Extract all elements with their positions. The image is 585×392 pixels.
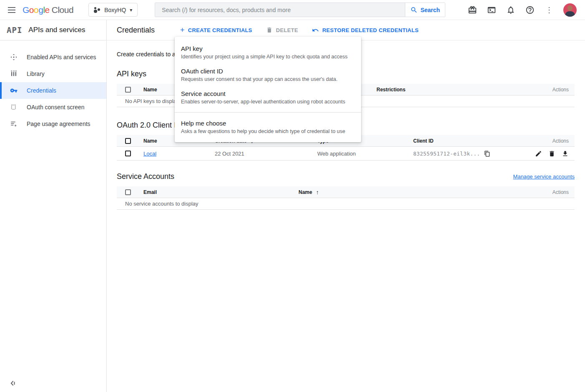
service-accounts-heading: Service Accounts: [117, 172, 174, 181]
manage-service-accounts-link[interactable]: Manage service accounts: [513, 173, 575, 180]
project-name: BoxyHQ: [104, 7, 126, 13]
row-checkbox[interactable]: [125, 151, 131, 156]
topbar-actions: ⋮: [467, 3, 585, 17]
column-header-actions: Actions: [525, 189, 575, 195]
project-icon: [94, 7, 100, 13]
trash-icon: [548, 150, 555, 157]
delete-oauth-client-button[interactable]: [548, 150, 555, 157]
undo-icon: [312, 27, 319, 34]
menu-item-api-key[interactable]: API key Identifies your project using a …: [175, 41, 361, 64]
sidebar-item-label: Credentials: [27, 87, 56, 94]
column-header-actions: Actions: [529, 138, 575, 144]
download-oauth-client-button[interactable]: [562, 150, 569, 157]
menu-item-help-me-choose[interactable]: Help me choose Asks a few questions to h…: [175, 116, 361, 138]
project-selector[interactable]: BoxyHQ ▾: [88, 3, 138, 17]
consent-screen-icon: [10, 103, 18, 111]
copy-client-id-button[interactable]: [484, 151, 490, 157]
column-header-client-id: Client ID: [413, 138, 529, 144]
topbar: Google Cloud BoxyHQ ▾ Search ⋮: [0, 0, 585, 20]
menu-item-description: Enables server-to-server, app-level auth…: [181, 99, 355, 105]
menu-item-service-account[interactable]: Service account Enables server-to-server…: [175, 86, 361, 109]
pencil-icon: [535, 150, 542, 157]
menu-item-title: API key: [181, 45, 355, 52]
list-settings-icon: [10, 120, 18, 128]
key-icon: [10, 87, 18, 94]
help-button[interactable]: [525, 5, 535, 15]
sidebar-nav: Enabled APIs and services Library Creden…: [0, 40, 106, 132]
menu-hamburger-button[interactable]: [6, 4, 18, 16]
edit-oauth-client-button[interactable]: [535, 150, 542, 157]
terminal-icon: [487, 5, 496, 15]
sidebar-item-page-usage[interactable]: Page usage agreements: [0, 116, 106, 132]
help-icon: [525, 5, 535, 15]
cloud-shell-button[interactable]: [487, 5, 497, 15]
menu-divider: [175, 112, 361, 113]
page-actions: + CREATE CREDENTIALS DELETE RESTORE DELE…: [180, 26, 419, 34]
cloud-logo-text: Cloud: [52, 5, 73, 15]
column-header-name[interactable]: Name ↑: [299, 189, 525, 196]
sidebar-item-label: Library: [27, 70, 45, 77]
sidebar: API APIs and services Enabled APIs and s…: [0, 20, 107, 392]
menu-item-title: OAuth client ID: [181, 68, 355, 75]
service-accounts-table: Email Name ↑ Actions No service accounts…: [117, 186, 575, 210]
delete-button[interactable]: DELETE: [266, 27, 298, 33]
search-icon: [410, 6, 418, 14]
search-bar: Search: [155, 3, 445, 17]
menu-item-description: Asks a few questions to help you decide …: [181, 128, 355, 134]
sidebar-item-library[interactable]: Library: [0, 65, 106, 82]
more-vert-icon: ⋮: [545, 5, 553, 15]
sidebar-item-oauth-consent[interactable]: OAuth consent screen: [0, 99, 106, 116]
collapse-left-icon: [9, 380, 16, 386]
service-accounts-table-header: Email Name ↑ Actions: [117, 186, 575, 198]
restore-label: RESTORE DELETED CREDENTIALS: [322, 27, 419, 33]
restore-deleted-credentials-button[interactable]: RESTORE DELETED CREDENTIALS: [312, 27, 419, 34]
menu-item-title: Service account: [181, 90, 355, 97]
sort-asc-icon: ↑: [316, 189, 319, 196]
service-accounts-empty-message: No service accounts to display: [117, 198, 575, 210]
download-icon: [562, 150, 569, 157]
api-product-logo: API: [7, 25, 22, 35]
oauth-client-type: Web application: [317, 151, 413, 157]
menu-item-description: Identifies your project using a simple A…: [181, 54, 355, 60]
oauth-client-row: Local 22 Oct 2021 Web application 832559…: [117, 147, 575, 161]
sidebar-item-enabled-apis[interactable]: Enabled APIs and services: [0, 49, 106, 65]
plus-icon: +: [180, 26, 185, 34]
sidebar-item-credentials[interactable]: Credentials: [0, 82, 106, 99]
account-avatar[interactable]: [563, 3, 577, 17]
select-all-checkbox[interactable]: [125, 87, 131, 93]
notifications-button[interactable]: [506, 5, 516, 15]
library-icon: [10, 70, 18, 78]
sidebar-item-label: OAuth consent screen: [27, 104, 85, 111]
menu-item-description: Requests user consent so that your app c…: [181, 76, 355, 82]
search-input[interactable]: [155, 3, 405, 17]
copy-icon: [484, 151, 490, 157]
collapse-sidebar-button[interactable]: [9, 380, 16, 386]
menu-item-oauth-client-id[interactable]: OAuth client ID Requests user consent so…: [175, 64, 361, 86]
bell-icon: [506, 5, 515, 15]
select-all-checkbox[interactable]: [125, 138, 131, 144]
google-cloud-logo[interactable]: Google Cloud: [23, 5, 73, 15]
create-credentials-menu: API key Identifies your project using a …: [175, 37, 361, 142]
chevron-down-icon: ▾: [130, 7, 132, 13]
hamburger-icon: [8, 7, 15, 13]
sidebar-header: API APIs and services: [0, 20, 106, 40]
search-button[interactable]: Search: [405, 3, 445, 17]
oauth-client-name-link[interactable]: Local: [143, 151, 156, 157]
sidebar-item-label: Enabled APIs and services: [27, 54, 96, 60]
oauth-client-id: 83255951712-eil3k...: [413, 151, 480, 157]
search-button-label: Search: [420, 7, 440, 13]
sidebar-product-title: APIs and services: [28, 26, 85, 34]
service-accounts-heading-row: Service Accounts Manage service accounts: [117, 172, 575, 181]
column-header-restrictions: Restrictions: [377, 87, 525, 93]
dashboard-icon: [10, 53, 18, 61]
menu-item-title: Help me choose: [181, 120, 355, 127]
create-credentials-button[interactable]: + CREATE CREDENTIALS: [180, 26, 252, 34]
page-title: Credentials: [117, 26, 155, 35]
free-trial-gift-button[interactable]: [467, 5, 477, 15]
trash-icon: [266, 27, 273, 33]
create-credentials-label: CREATE CREDENTIALS: [188, 27, 252, 33]
sidebar-item-label: Page usage agreements: [27, 121, 90, 127]
column-header-email: Email: [143, 189, 299, 195]
more-options-button[interactable]: ⋮: [544, 5, 554, 15]
select-all-checkbox[interactable]: [125, 189, 131, 195]
